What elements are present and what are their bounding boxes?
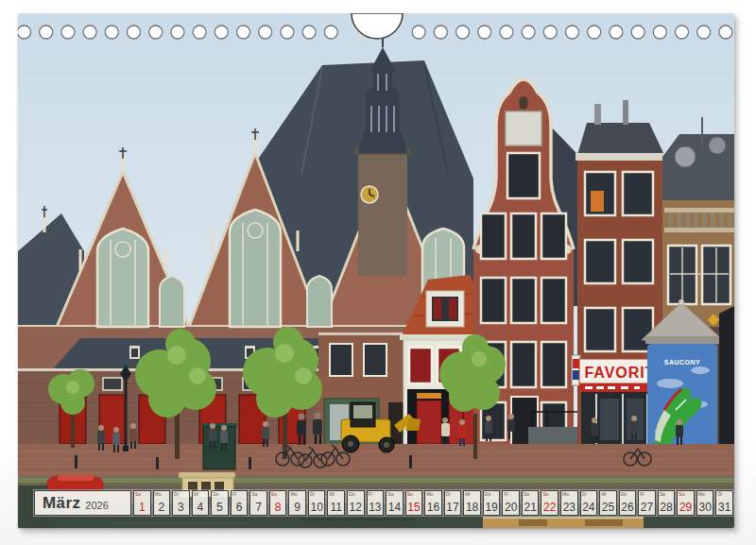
weekday-abbrev: Sa bbox=[251, 491, 257, 497]
day-number: 22 bbox=[541, 501, 558, 514]
favorit-sign-text: FAVORIT bbox=[584, 365, 655, 381]
day-number: 31 bbox=[716, 501, 732, 514]
binding-hole bbox=[40, 26, 53, 39]
binding-hole bbox=[631, 26, 644, 39]
day-number: 26 bbox=[620, 501, 636, 514]
day-cell-7: Sa7 bbox=[249, 490, 267, 516]
weekday-abbrev: Fr bbox=[232, 491, 237, 497]
binding-hole bbox=[171, 26, 184, 39]
day-number: 10 bbox=[309, 501, 325, 514]
day-number: 7 bbox=[250, 501, 266, 514]
binding-hole bbox=[128, 26, 141, 39]
binding-hole bbox=[719, 26, 732, 39]
weekday-abbrev: So bbox=[679, 491, 684, 497]
weekday-abbrev: Sa bbox=[660, 491, 665, 497]
binding-hole bbox=[610, 26, 623, 39]
weekday-abbrev: Mo bbox=[290, 491, 297, 497]
day-cell-8: So8 bbox=[269, 490, 287, 516]
weekday-abbrev: Mo bbox=[698, 491, 705, 497]
day-number: 9 bbox=[289, 501, 305, 514]
weekday-abbrev: Do bbox=[349, 491, 354, 497]
weekday-abbrev: Do bbox=[621, 491, 627, 497]
weekday-abbrev: Mo bbox=[426, 491, 433, 497]
day-cell-11: Mi11 bbox=[327, 490, 345, 516]
day-number: 3 bbox=[173, 501, 189, 514]
binding-hole bbox=[588, 26, 601, 39]
day-number: 1 bbox=[134, 501, 150, 514]
weekday-abbrev: So bbox=[135, 491, 141, 497]
binding-hole bbox=[434, 26, 447, 39]
day-number: 28 bbox=[659, 501, 675, 514]
weekday-abbrev: Mi bbox=[601, 491, 606, 497]
day-cell-2: Mo2 bbox=[153, 490, 171, 516]
day-number: 19 bbox=[484, 501, 500, 514]
day-number: 2 bbox=[154, 501, 170, 514]
day-cell-20: Fr20 bbox=[502, 490, 520, 516]
day-cell-28: Sa28 bbox=[658, 490, 676, 516]
day-cell-25: Mi25 bbox=[599, 490, 617, 516]
weekday-abbrev: So bbox=[407, 491, 413, 497]
bell-ornament bbox=[519, 96, 528, 110]
day-number: 21 bbox=[523, 501, 539, 514]
weekday-abbrev: Mo bbox=[562, 491, 569, 497]
day-number: 15 bbox=[406, 501, 422, 514]
binding-hole bbox=[61, 26, 75, 39]
day-cell-31: Di31 bbox=[715, 490, 733, 516]
day-cell-1: So1 bbox=[133, 490, 151, 516]
day-number: 29 bbox=[678, 501, 694, 514]
day-cell-9: Mo9 bbox=[288, 490, 306, 516]
binding-hole bbox=[215, 26, 228, 39]
binding-hole bbox=[302, 26, 316, 39]
date-strip: März 2026 So1Mo2Di3Mi4Do5Fr6Sa7So8Mo9Di1… bbox=[34, 490, 733, 516]
binding-hole bbox=[676, 26, 689, 39]
binding-hole bbox=[237, 26, 250, 39]
day-number: 30 bbox=[697, 501, 713, 514]
month-label: März bbox=[43, 494, 80, 513]
binding-hole bbox=[18, 26, 31, 39]
weekday-abbrev: Mo bbox=[155, 491, 162, 497]
day-number: 18 bbox=[464, 501, 480, 514]
day-cell-17: Di17 bbox=[444, 490, 462, 516]
dark-awning bbox=[719, 306, 734, 457]
day-cell-15: So15 bbox=[405, 490, 423, 516]
binding-hole bbox=[412, 26, 425, 39]
day-cell-13: Fr13 bbox=[367, 490, 385, 516]
weekday-abbrev: Mi bbox=[194, 491, 198, 497]
month-box: März 2026 bbox=[34, 490, 131, 516]
weekday-abbrev: Fr bbox=[640, 491, 644, 497]
calendar-page: FAVORIT bbox=[18, 13, 734, 528]
binding-hole bbox=[653, 26, 666, 39]
binding-hole bbox=[566, 26, 579, 39]
day-number: 20 bbox=[503, 501, 519, 514]
day-number: 6 bbox=[232, 501, 248, 514]
day-number: 23 bbox=[561, 501, 577, 514]
day-cell-5: Do5 bbox=[211, 490, 229, 516]
binding-hole bbox=[193, 26, 206, 39]
day-cell-21: Sa21 bbox=[522, 490, 540, 516]
weekday-abbrev: Di bbox=[582, 491, 587, 497]
day-number: 14 bbox=[387, 501, 403, 514]
calendar-mockup: FAVORIT bbox=[0, 0, 756, 545]
day-cell-30: Mo30 bbox=[696, 490, 714, 516]
day-number: 5 bbox=[212, 501, 228, 514]
weekday-abbrev: Di bbox=[310, 491, 315, 497]
binding-hole bbox=[478, 26, 491, 39]
amsterdam-photo: FAVORIT bbox=[18, 13, 734, 528]
weekday-abbrev: Sa bbox=[387, 491, 393, 497]
day-number: 4 bbox=[193, 501, 209, 514]
weekday-abbrev: Do bbox=[485, 491, 490, 497]
binding-hole bbox=[522, 26, 535, 39]
green-kiosk bbox=[201, 423, 237, 469]
day-number: 25 bbox=[600, 501, 616, 514]
weekday-abbrev: Mi bbox=[465, 491, 470, 497]
weekday-abbrev: Fr bbox=[369, 491, 373, 497]
binding-hole bbox=[543, 26, 557, 39]
binding-hole bbox=[456, 26, 470, 39]
day-cell-12: Do12 bbox=[347, 490, 365, 516]
day-number: 16 bbox=[425, 501, 441, 514]
weekday-abbrev: So bbox=[271, 491, 277, 497]
year-label: 2026 bbox=[85, 500, 108, 511]
day-number: 12 bbox=[348, 501, 364, 514]
binding-hole bbox=[105, 26, 118, 39]
day-number: 13 bbox=[368, 501, 384, 514]
